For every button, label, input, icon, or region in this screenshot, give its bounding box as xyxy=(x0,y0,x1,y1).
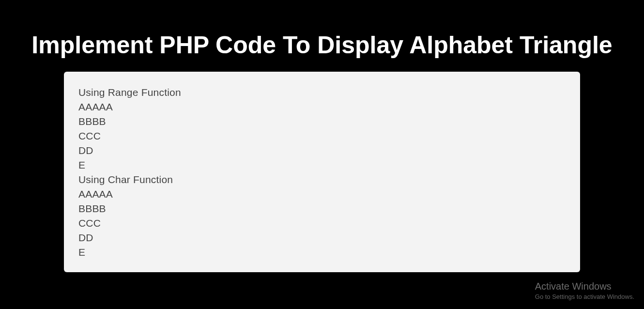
output-line: BBBB xyxy=(78,201,566,216)
output-line: CCC xyxy=(78,216,566,231)
watermark-title: Activate Windows xyxy=(535,281,634,292)
watermark-subtitle: Go to Settings to activate Windows. xyxy=(535,293,634,300)
page-title: Implement PHP Code To Display Alphabet T… xyxy=(0,0,644,60)
output-line: Using Range Function xyxy=(78,85,566,100)
output-line: CCC xyxy=(78,129,566,143)
output-line: E xyxy=(78,245,566,260)
output-line: Using Char Function xyxy=(78,172,566,187)
output-line: BBBB xyxy=(78,114,566,129)
windows-activation-watermark: Activate Windows Go to Settings to activ… xyxy=(535,281,634,300)
output-line: DD xyxy=(78,231,566,245)
output-card: Using Range Function AAAAA BBBB CCC DD E… xyxy=(64,72,580,272)
output-line: AAAAA xyxy=(78,187,566,201)
output-line: E xyxy=(78,158,566,172)
output-line: DD xyxy=(78,143,566,158)
output-line: AAAAA xyxy=(78,100,566,114)
